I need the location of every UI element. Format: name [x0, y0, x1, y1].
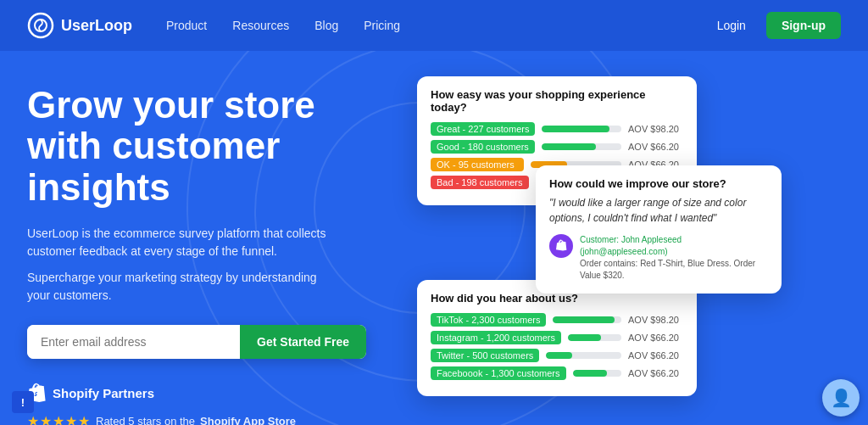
card1-title: How easy was your shopping experience to…: [431, 88, 683, 114]
bar-good-fill: [542, 143, 596, 150]
bar-twitter-fill: [546, 352, 572, 359]
bar-twitter-label: Twitter - 500 customers: [431, 349, 539, 362]
bar-instagram-track: [568, 334, 621, 341]
bar-facebook-label: Faceboook - 1,300 customers: [431, 366, 566, 380]
bar-twitter-aov: AOV $66.20: [628, 350, 683, 361]
customer-name: Customer: John Appleseed (john@appleseed…: [580, 234, 768, 258]
bar-tiktok-label: TikTok - 2,300 customers: [431, 313, 546, 327]
shopify-small-icon: [554, 239, 568, 253]
avatar-icon: 👤: [822, 379, 860, 417]
card2-title: How could we improve our store?: [549, 177, 768, 190]
survey-card-referral: How did you hear about us? TikTok - 2,30…: [417, 280, 697, 396]
bar-great-track: [542, 126, 621, 132]
card3-title: How did you hear about us?: [431, 292, 683, 305]
nav-pricing[interactable]: Pricing: [364, 19, 400, 32]
bar-instagram-label: Instagram - 1,200 customers: [431, 331, 561, 344]
bar-good-track: [542, 143, 621, 150]
bar-twitter-track: [546, 352, 621, 359]
shopify-label: Shopify Partners: [53, 386, 154, 400]
notification-badge[interactable]: !: [12, 391, 34, 413]
hero-title: Grow your store with customer insights: [27, 85, 400, 208]
bar-great-fill: [542, 126, 609, 132]
email-input[interactable]: [27, 325, 240, 359]
bar-great: Great - 227 customers AOV $98.20: [431, 122, 683, 136]
bar-bad-label: Bad - 198 customers: [431, 176, 529, 189]
rating-text: Rated 5 stars on the: [96, 415, 195, 425]
bar-tiktok-track: [553, 316, 621, 323]
main-content: Grow your store with customer insights U…: [0, 51, 868, 425]
shopify-badge: Shopify Partners: [27, 383, 400, 403]
bar-good-aov: AOV $66.20: [628, 142, 683, 152]
navigation: UserLoop Product Resources Blog Pricing …: [0, 0, 868, 51]
logo-icon: [27, 12, 54, 39]
bar-facebook-fill: [573, 370, 607, 377]
avatar-bubble[interactable]: 👤: [822, 379, 860, 417]
customer-avatar-icon: [549, 234, 573, 258]
bar-instagram-aov: AOV $66.20: [628, 333, 683, 343]
store-label: Shopify App Store: [200, 415, 296, 425]
hero-subtitle-2: Supercharge your marketing strategy by u…: [27, 269, 341, 305]
email-form: Get Started Free: [27, 325, 366, 359]
notification-label: !: [21, 396, 25, 409]
customer-info: Customer: John Appleseed (john@appleseed…: [549, 234, 768, 282]
stars-icon: ★★★★★: [27, 413, 91, 425]
survey-card-improve: How could we improve our store? "I would…: [536, 165, 782, 294]
bar-facebook: Faceboook - 1,300 customers AOV $66.20: [431, 366, 683, 380]
bar-great-aov: AOV $98.20: [628, 124, 683, 134]
get-started-button[interactable]: Get Started Free: [240, 325, 366, 359]
bar-tiktok: TikTok - 2,300 customers AOV $98.20: [431, 313, 683, 327]
bar-instagram-fill: [568, 334, 601, 341]
bar-good-label: Good - 180 customers: [431, 140, 535, 154]
bar-facebook-aov: AOV $66.20: [628, 368, 683, 378]
nav-product[interactable]: Product: [166, 19, 207, 32]
brand-name: UserLoop: [61, 17, 132, 35]
bar-great-label: Great - 227 customers: [431, 122, 535, 136]
nav-blog[interactable]: Blog: [314, 19, 338, 32]
brand-logo[interactable]: UserLoop: [27, 12, 132, 39]
nav-actions: Login Sign-up: [707, 12, 841, 39]
hero-section: Grow your store with customer insights U…: [27, 85, 417, 425]
hero-subtitle-1: UserLoop is the ecommerce survey platfor…: [27, 225, 341, 260]
rating-row: ★★★★★ Rated 5 stars on the Shopify App S…: [27, 413, 400, 425]
bar-good: Good - 180 customers AOV $66.20: [431, 140, 683, 154]
bar-tiktok-fill: [553, 316, 614, 323]
card2-quote: "I would like a larger range of size and…: [549, 195, 768, 226]
bar-ok-label: OK - 95 customers: [431, 158, 524, 171]
order-info: Order contains: Red T-Shirt, Blue Dress.…: [580, 258, 768, 282]
bar-tiktok-aov: AOV $98.20: [628, 315, 683, 325]
signup-button[interactable]: Sign-up: [766, 12, 841, 39]
bar-instagram: Instagram - 1,200 customers AOV $66.20: [431, 331, 683, 344]
nav-resources[interactable]: Resources: [232, 19, 289, 32]
login-button[interactable]: Login: [707, 14, 756, 37]
customer-text: Customer: John Appleseed (john@appleseed…: [580, 234, 768, 282]
bar-twitter: Twitter - 500 customers AOV $66.20: [431, 349, 683, 362]
bar-facebook-track: [573, 370, 621, 377]
cards-section: How easy was your shopping experience to…: [417, 76, 841, 425]
nav-links: Product Resources Blog Pricing: [166, 19, 707, 32]
